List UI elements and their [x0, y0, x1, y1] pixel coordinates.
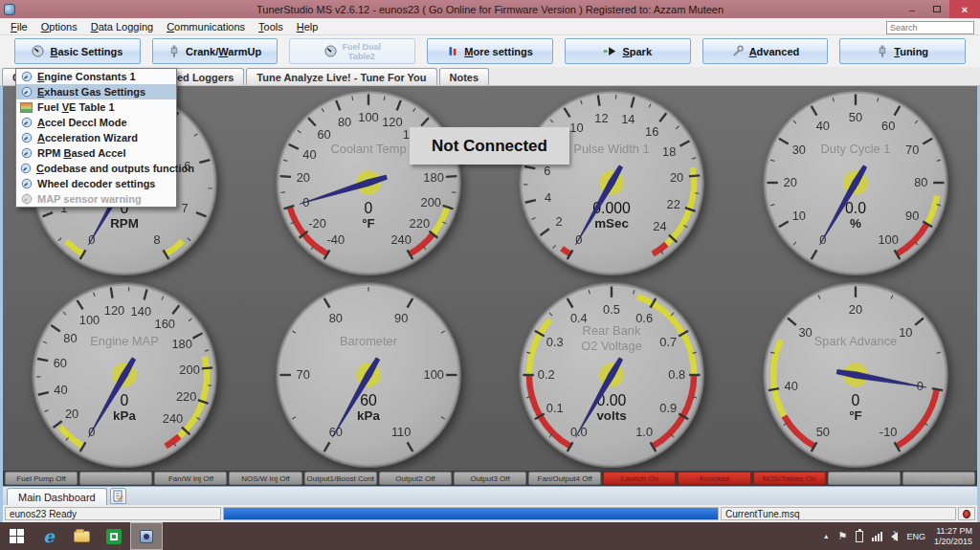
menu-item-exhaust-gas-settings[interactable]: Exhaust Gas Settings	[16, 84, 176, 99]
menu-item-codebase-and-outputs-function[interactable]: Codebase and outputs function	[16, 161, 176, 176]
svg-text:O2 Voltage: O2 Voltage	[581, 339, 642, 353]
wrench-icon	[731, 45, 744, 57]
bars-icon	[447, 45, 458, 57]
toolbar-crank-warmup-button[interactable]: Crank/WarmUp	[152, 38, 278, 64]
windows-taskbar: e ▲ ⚑ ENG 11:27 PM 1/20/2015	[0, 522, 980, 550]
svg-text:40: 40	[815, 119, 829, 133]
menu-options[interactable]: Options	[34, 21, 84, 33]
menu-item-accel-deccl-mode[interactable]: Accel Deccl Mode	[16, 115, 176, 130]
svg-text:20: 20	[670, 169, 683, 184]
menu-item-wheel-decoder-settings[interactable]: Wheel decoder settings	[16, 176, 176, 191]
clock[interactable]: 11:27 PM 1/20/2015	[934, 526, 972, 547]
taskbar-store-icon[interactable]	[98, 522, 130, 550]
toolbar-button-label: Spark	[622, 46, 652, 57]
gauge-unit: volts	[597, 407, 627, 422]
indicator-fan-output4-off: Fan/Output4 Off	[528, 472, 601, 485]
indicator-blank	[79, 472, 152, 485]
hidden-icons-chevron-icon[interactable]: ▲	[823, 533, 830, 539]
tab-tune-analyze-live-tune-for-you[interactable]: Tune Analyze Live! - Tune For You	[246, 68, 436, 85]
gauge-value: 0	[851, 391, 859, 407]
action-center-flag-icon[interactable]: ⚑	[838, 530, 848, 542]
toolbar-spark-button[interactable]: Spark	[565, 38, 691, 64]
svg-text:50: 50	[849, 110, 862, 124]
start-button[interactable]	[0, 522, 33, 550]
toolbar-button-label: More settings	[464, 46, 533, 57]
gauge-rear-bank-o2-voltage[interactable]: 0.00.10.20.30.40.50.60.70.80.91.0Rear Ba…	[490, 278, 734, 471]
tab-notes[interactable]: Notes	[439, 68, 490, 85]
folder-icon	[74, 531, 90, 542]
svg-text:0.9: 0.9	[660, 400, 678, 414]
toolbar-tuning-button[interactable]: Tuning	[839, 38, 966, 64]
svg-text:10: 10	[791, 208, 805, 222]
toolbar-basic-settings-button[interactable]: Basic Settings	[14, 38, 141, 64]
svg-text:80: 80	[328, 311, 342, 325]
toolbar-more-settings-button[interactable]: More settings	[427, 38, 553, 64]
menu-item-fuel-ve-table-1[interactable]: Fuel VE Table 1	[16, 99, 176, 115]
taskbar-ie-icon[interactable]: e	[33, 522, 65, 550]
indicator-nos-w-inj-off: NOS/W Inj Off	[229, 472, 301, 485]
clock-date: 1/20/2015	[934, 537, 972, 547]
indicator-fuel-pump-off: Fuel Pump Off	[5, 472, 78, 485]
svg-text:30: 30	[798, 325, 812, 340]
gauge-barometer[interactable]: 60708090100110Barometer60kPa	[247, 278, 491, 471]
menu-gauge-icon	[20, 86, 33, 98]
gauge-title: Engine MAP	[91, 334, 159, 348]
svg-text:24: 24	[654, 219, 667, 233]
menu-tools[interactable]: Tools	[252, 21, 290, 33]
svg-text:22: 22	[667, 196, 680, 210]
svg-text:0.7: 0.7	[660, 335, 678, 349]
svg-text:-20: -20	[308, 216, 326, 231]
indicator-data-logging: Data Logging	[902, 472, 975, 485]
progress-bar	[223, 507, 719, 520]
menu-gauge-icon	[20, 132, 33, 143]
svg-text:10: 10	[570, 120, 584, 134]
menu-help[interactable]: Help	[290, 21, 325, 33]
gauge-spark-advance[interactable]: -1001020304050Spark Advance0°F	[734, 278, 978, 471]
toolbar-advanced-button[interactable]: Advanced	[702, 38, 829, 64]
dashboard-tab-row: Main Dashboard	[3, 486, 977, 505]
gauge-title: Spark Advance	[814, 334, 898, 348]
menu-communications[interactable]: Communications	[160, 21, 252, 33]
gauge-value: 0.0	[845, 199, 866, 215]
tab-ed-loggers[interactable]: ed Loggers	[167, 68, 244, 85]
close-button[interactable]: ×	[949, 0, 980, 18]
svg-text:8: 8	[154, 231, 161, 246]
svg-text:90: 90	[394, 311, 408, 325]
taskbar-tunerstudio-icon[interactable]	[130, 522, 163, 550]
volume-icon[interactable]	[891, 532, 898, 541]
gauge-engine-map[interactable]: 020406080100120140160180200220240Engine …	[3, 278, 247, 471]
system-tray: ▲ ⚑ ENG 11:27 PM 1/20/2015	[823, 526, 980, 547]
toolbar: Basic SettingsCrank/WarmUpFuel DualTable…	[0, 35, 980, 67]
gauge-duty-cycle-1[interactable]: 0102030405060708090100Duty Cycle 10.0%	[734, 86, 978, 278]
gauge-coolant-temp[interactable]: -40-20020406080100120140160180200220240C…	[247, 86, 491, 278]
svg-text:120: 120	[382, 114, 402, 128]
indicator-launch-on: Launch On	[603, 472, 676, 485]
windows-logo-icon	[10, 529, 24, 543]
menu-item-rpm-based-accel[interactable]: RPM Based Accel	[16, 145, 176, 161]
menu-item-acceleration-wizard[interactable]: Acceleration Wizard	[16, 130, 176, 145]
search-input[interactable]	[886, 21, 974, 34]
svg-text:160: 160	[155, 316, 175, 330]
menu-item-label: Wheel decoder settings	[37, 178, 155, 189]
language-indicator[interactable]: ENG	[906, 532, 925, 541]
menu-file[interactable]: File	[4, 21, 34, 33]
gauge-pulse-width-1[interactable]: 024681012141618202224Pulse Width 10.000m…	[490, 86, 734, 278]
svg-text:70: 70	[296, 367, 309, 382]
svg-text:220: 220	[409, 216, 429, 231]
network-signal-icon[interactable]	[872, 532, 882, 541]
menu-item-engine-constants-1[interactable]: Engine Constants 1	[16, 69, 176, 84]
menu-data-logging[interactable]: Data Logging	[84, 21, 160, 33]
indicator-fan-w-inj-off: Fan/W Inj Off	[154, 472, 227, 485]
restore-button[interactable]	[924, 0, 949, 18]
battery-icon[interactable]	[856, 531, 863, 542]
indicator-nos-tables-on: NOS/Tables On	[753, 472, 826, 485]
tab-main-dashboard[interactable]: Main Dashboard	[7, 488, 107, 505]
svg-text:80: 80	[338, 114, 351, 128]
minimize-button[interactable]: –	[900, 0, 924, 18]
gauge-value: 0	[364, 199, 372, 215]
gauge-unit: °F	[849, 407, 862, 422]
taskbar-explorer-icon[interactable]	[65, 522, 98, 550]
menu-item-label: Fuel VE Table 1	[37, 101, 115, 113]
sparkplug-icon	[877, 45, 888, 57]
edit-dashboard-icon[interactable]	[110, 488, 126, 504]
